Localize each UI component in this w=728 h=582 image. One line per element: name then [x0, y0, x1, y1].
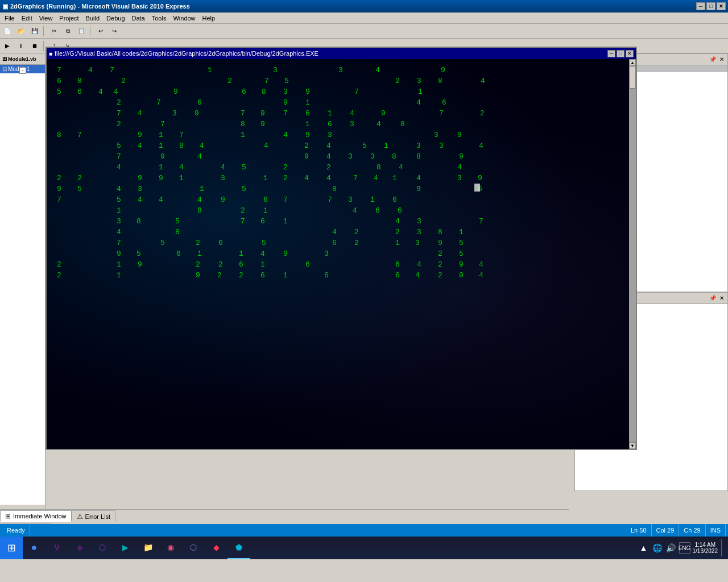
number-cell: 2 — [121, 77, 126, 85]
tab-error-list[interactable]: ⚠ Error List — [72, 510, 116, 522]
taskbar-player[interactable]: ▶ — [114, 537, 136, 559]
vb-icon: V — [50, 541, 64, 554]
tb-copy[interactable]: ⧉ — [61, 26, 74, 37]
number-cell: 3 — [221, 174, 225, 182]
menu-data[interactable]: Data — [129, 14, 148, 23]
github-icon: ⬡ — [96, 541, 109, 554]
minimize-button[interactable]: ─ — [696, 2, 705, 10]
number-cell: 7 — [57, 66, 61, 74]
number-cell: 5 — [262, 239, 266, 247]
number-cell: 4 — [326, 142, 331, 150]
menu-debug[interactable]: Debug — [103, 14, 128, 23]
number-cell: 6 — [239, 260, 243, 269]
number-cell: 6 — [328, 120, 332, 128]
tb-paste[interactable]: 📋 — [75, 26, 88, 37]
menu-edit[interactable]: Edit — [18, 14, 36, 23]
tb-redo[interactable]: ↪ — [108, 26, 121, 37]
menu-build[interactable]: Build — [82, 14, 103, 23]
number-cell: 4 — [399, 163, 403, 172]
number-cell: 4 — [481, 77, 485, 85]
scroll-down-arrow[interactable]: ▼ — [629, 442, 636, 449]
title-bar-controls: ─ □ ✕ — [696, 2, 726, 10]
tb-cut[interactable]: ✂ — [48, 26, 60, 37]
number-cell: 9 — [173, 88, 178, 96]
number-cell: 4 — [415, 271, 420, 280]
status-ins-text: INS — [710, 527, 721, 534]
close-panel-top[interactable]: ✕ — [718, 56, 725, 63]
status-ch: Ch 29 — [679, 524, 705, 537]
console-maximize[interactable]: □ — [617, 50, 624, 57]
close-button[interactable]: ✕ — [717, 2, 726, 10]
number-cell: 2 — [354, 239, 359, 247]
scroll-track[interactable] — [629, 66, 636, 442]
tb-pause[interactable]: ⏸ — [15, 40, 27, 52]
left-panel: ⊡ Module1 - — [0, 65, 46, 522]
vb-active-icon: ⬟ — [232, 541, 246, 554]
number-cell: 1 — [459, 228, 464, 236]
module-tab[interactable]: ⊞ Module1.vb — [0, 53, 46, 65]
menu-help[interactable]: Help — [199, 14, 219, 23]
number-cell: 2 — [196, 260, 200, 269]
number-cell: 6 — [197, 98, 202, 107]
pin-button-top[interactable]: 📌 — [708, 56, 717, 63]
menu-file[interactable]: File — [1, 14, 18, 23]
taskbar-chrome[interactable]: ● — [23, 537, 46, 559]
scroll-thumb[interactable] — [629, 66, 636, 89]
number-cell: 2 — [395, 228, 400, 236]
number-cell: 6 — [263, 196, 268, 204]
start-button[interactable]: ⊞ — [0, 537, 23, 559]
pin-button-bottom[interactable]: 📌 — [708, 295, 717, 301]
show-desktop[interactable] — [721, 539, 723, 556]
number-cell: 1 — [197, 250, 202, 258]
tb-open[interactable]: 📂 — [15, 26, 27, 37]
tab-immediate-window[interactable]: ⊞ Immediate Window — [0, 510, 72, 522]
menu-project[interactable]: Project — [56, 14, 82, 23]
menu-tools[interactable]: Tools — [148, 14, 170, 23]
number-cell: 1 — [392, 174, 397, 182]
number-cell: 7 — [117, 109, 121, 118]
taskbar-vb[interactable]: V — [46, 537, 68, 559]
number-cell: 8 — [400, 120, 405, 128]
clock[interactable]: 1:14 AM 1/13/2022 — [693, 542, 718, 554]
number-cell: 5 — [242, 185, 246, 193]
scroll-up-arrow[interactable]: ▲ — [629, 59, 636, 66]
system-tray-up[interactable]: ▲ — [638, 542, 650, 554]
taskbar-github[interactable]: ⬡ — [91, 537, 114, 559]
menu-window[interactable]: Window — [169, 14, 198, 23]
number-cell: 2 — [438, 250, 442, 258]
number-cell: 9 — [159, 174, 163, 182]
close-panel-bottom[interactable]: ✕ — [718, 295, 725, 301]
tb-stop[interactable]: ⏹ — [28, 40, 41, 52]
taskbar-app6[interactable]: ◉ — [159, 537, 182, 559]
tree-expand-button[interactable]: - — [19, 67, 26, 74]
taskbar-folder[interactable]: 📁 — [136, 537, 159, 559]
console-title-left: ■ file:///G:/Visual Basic/All codes/2dGr… — [49, 50, 318, 57]
number-cell: 4 — [479, 142, 483, 150]
taskbar-vs[interactable]: ◈ — [68, 537, 91, 559]
number-cell: 1 — [239, 250, 243, 258]
number-cell: 1 — [305, 120, 310, 128]
console-close[interactable]: ✕ — [626, 50, 634, 57]
tb-save[interactable]: 💾 — [28, 26, 41, 37]
taskbar-discord[interactable]: ⬡ — [182, 537, 205, 559]
ime-icon[interactable]: ENG — [679, 542, 690, 554]
sound-icon[interactable]: 🔊 — [665, 542, 677, 554]
number-cell: 6 — [176, 250, 181, 258]
console-scrollbar[interactable]: ▲ ▼ — [629, 59, 636, 449]
number-cell: 5 — [77, 185, 82, 193]
taskbar-app8[interactable]: ◆ — [205, 537, 228, 559]
console-minimize[interactable]: ─ — [607, 50, 615, 57]
number-cell: 5 — [136, 250, 141, 258]
maximize-button[interactable]: □ — [706, 2, 715, 10]
menu-view[interactable]: View — [36, 14, 56, 23]
taskbar-vb-active[interactable]: ⬟ — [228, 537, 250, 559]
tb-start[interactable]: ▶ — [1, 40, 14, 52]
number-cell: 9 — [459, 260, 464, 269]
network-icon[interactable]: 🌐 — [652, 542, 663, 554]
tb-undo[interactable]: ↩ — [94, 26, 107, 37]
number-cell: 3 — [273, 66, 278, 74]
number-cell: 1 — [283, 217, 288, 226]
number-cell: 3 — [283, 88, 288, 96]
number-cell: 2 — [117, 120, 121, 128]
tb-new[interactable]: 📄 — [1, 26, 14, 37]
